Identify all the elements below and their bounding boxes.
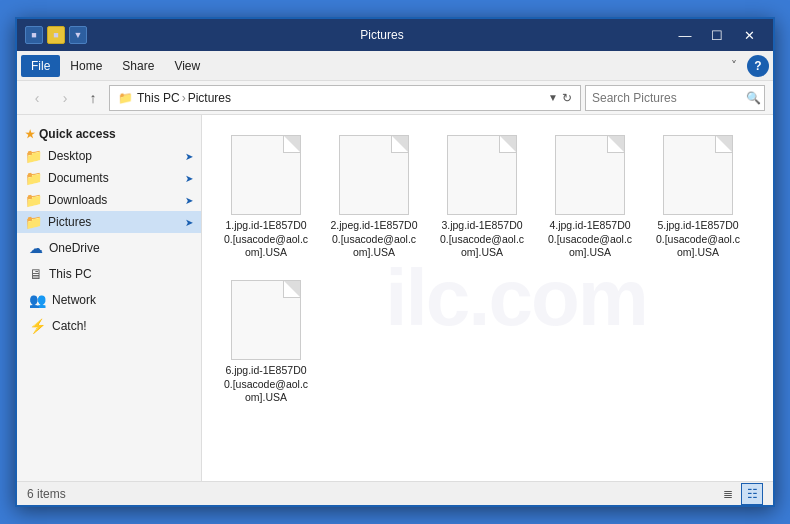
main-content: ★ Quick access 📁 Desktop ➤ 📁 Documents ➤… (17, 115, 773, 481)
sidebar-item-downloads[interactable]: 📁 Downloads ➤ (17, 189, 201, 211)
explorer-window: ■ ■ ▼ Pictures — ☐ ✕ File Home Share Vie… (15, 17, 775, 507)
window-controls: — ☐ ✕ (669, 19, 765, 51)
onedrive-section: ☁ OneDrive (17, 237, 201, 259)
menubar: File Home Share View ˅ ? (17, 51, 773, 81)
address-refresh-icon[interactable]: ↻ (562, 91, 572, 105)
view-controls: ≣ ☷ (717, 483, 763, 505)
titlebar: ■ ■ ▼ Pictures — ☐ ✕ (17, 19, 773, 51)
thispc-section: 🖥 This PC (17, 263, 201, 285)
file-area: ilc.com 1.jpg.id-1E857D00.[usacode@aol.c… (202, 115, 773, 481)
file-item-6[interactable]: 6.jpg.id-1E857D00.[usacode@aol.com].USA (216, 274, 316, 411)
address-box[interactable]: 📁 This PC › Pictures ▼ ↻ (109, 85, 581, 111)
sidebar-pictures-label: Pictures (48, 215, 91, 229)
pictures-folder-icon: 📁 (25, 214, 42, 230)
search-input[interactable] (592, 91, 742, 105)
quick-access-label: Quick access (39, 127, 116, 141)
help-button[interactable]: ? (747, 55, 769, 77)
catch-section: ⚡ Catch! (17, 315, 201, 337)
file-item-4[interactable]: 4.jpg.id-1E857D00.[usacode@aol.com].USA (540, 129, 640, 266)
address-thispc[interactable]: This PC (137, 91, 180, 105)
item-count: 6 items (27, 487, 66, 501)
address-icon: 📁 (118, 91, 133, 105)
sidebar-onedrive-label: OneDrive (49, 241, 100, 255)
file-thumbnail-2 (339, 135, 409, 215)
file-thumbnail-4 (555, 135, 625, 215)
sidebar-desktop-label: Desktop (48, 149, 92, 163)
downloads-folder-icon: 📁 (25, 192, 42, 208)
file-item-2[interactable]: 2.jpeg.id-1E857D00.[usacode@aol.com].USA (324, 129, 424, 266)
network-section: 👥 Network (17, 289, 201, 311)
sidebar-network-label: Network (52, 293, 96, 307)
list-view-button[interactable]: ≣ (717, 483, 739, 505)
quick-access-icon-1[interactable]: ■ (25, 26, 43, 44)
file-thumbnail-6 (231, 280, 301, 360)
forward-button[interactable]: › (53, 86, 77, 110)
maximize-button[interactable]: ☐ (701, 19, 733, 51)
thispc-icon: 🖥 (29, 266, 43, 282)
menubar-expand-icon[interactable]: ˅ (725, 57, 743, 75)
file-name-4: 4.jpg.id-1E857D00.[usacode@aol.com].USA (546, 219, 634, 260)
file-name-3: 3.jpg.id-1E857D00.[usacode@aol.com].USA (438, 219, 526, 260)
file-thumbnail-5 (663, 135, 733, 215)
file-thumbnail-3 (447, 135, 517, 215)
sidebar-item-network[interactable]: 👥 Network (17, 289, 201, 311)
statusbar: 6 items ≣ ☷ (17, 481, 773, 505)
addressbar: ‹ › ↑ 📁 This PC › Pictures ▼ ↻ 🔍 (17, 81, 773, 115)
quick-access-section: ★ Quick access 📁 Desktop ➤ 📁 Documents ➤… (17, 123, 201, 233)
sidebar-downloads-label: Downloads (48, 193, 107, 207)
network-icon: 👥 (29, 292, 46, 308)
address-sep-1: › (182, 91, 186, 105)
address-pictures[interactable]: Pictures (188, 91, 231, 105)
documents-pin-icon: ➤ (185, 173, 193, 184)
files-grid: 1.jpg.id-1E857D00.[usacode@aol.com].USA2… (212, 125, 763, 415)
documents-folder-icon: 📁 (25, 170, 42, 186)
minimize-button[interactable]: — (669, 19, 701, 51)
file-name-5: 5.jpg.id-1E857D00.[usacode@aol.com].USA (654, 219, 742, 260)
file-thumbnail-1 (231, 135, 301, 215)
onedrive-icon: ☁ (29, 240, 43, 256)
up-button[interactable]: ↑ (81, 86, 105, 110)
file-item-3[interactable]: 3.jpg.id-1E857D00.[usacode@aol.com].USA (432, 129, 532, 266)
quick-access-header[interactable]: ★ Quick access (17, 123, 201, 145)
star-icon: ★ (25, 128, 35, 141)
window-title: Pictures (95, 28, 669, 42)
sidebar-documents-label: Documents (48, 171, 109, 185)
search-icon: 🔍 (746, 91, 761, 105)
pictures-pin-icon: ➤ (185, 217, 193, 228)
desktop-folder-icon: 📁 (25, 148, 42, 164)
sidebar-item-thispc[interactable]: 🖥 This PC (17, 263, 201, 285)
sidebar-thispc-label: This PC (49, 267, 92, 281)
file-item-1[interactable]: 1.jpg.id-1E857D00.[usacode@aol.com].USA (216, 129, 316, 266)
sidebar-catch-label: Catch! (52, 319, 87, 333)
sidebar-item-catch[interactable]: ⚡ Catch! (17, 315, 201, 337)
menu-file[interactable]: File (21, 55, 60, 77)
menu-view[interactable]: View (164, 55, 210, 77)
menu-home[interactable]: Home (60, 55, 112, 77)
address-path: This PC › Pictures (137, 91, 544, 105)
desktop-pin-icon: ➤ (185, 151, 193, 162)
back-button[interactable]: ‹ (25, 86, 49, 110)
close-button[interactable]: ✕ (733, 19, 765, 51)
file-name-6: 6.jpg.id-1E857D00.[usacode@aol.com].USA (222, 364, 310, 405)
sidebar: ★ Quick access 📁 Desktop ➤ 📁 Documents ➤… (17, 115, 202, 481)
quick-access-icon-3[interactable]: ▼ (69, 26, 87, 44)
sidebar-item-documents[interactable]: 📁 Documents ➤ (17, 167, 201, 189)
file-item-5[interactable]: 5.jpg.id-1E857D00.[usacode@aol.com].USA (648, 129, 748, 266)
sidebar-item-onedrive[interactable]: ☁ OneDrive (17, 237, 201, 259)
file-name-1: 1.jpg.id-1E857D00.[usacode@aol.com].USA (222, 219, 310, 260)
downloads-pin-icon: ➤ (185, 195, 193, 206)
menu-share[interactable]: Share (112, 55, 164, 77)
titlebar-quick-access: ■ ■ ▼ (25, 26, 87, 44)
menubar-right: ˅ ? (725, 55, 769, 77)
address-dropdown-icon[interactable]: ▼ (548, 92, 558, 103)
icon-view-button[interactable]: ☷ (741, 483, 763, 505)
sidebar-item-desktop[interactable]: 📁 Desktop ➤ (17, 145, 201, 167)
file-name-2: 2.jpeg.id-1E857D00.[usacode@aol.com].USA (330, 219, 418, 260)
quick-access-icon-2[interactable]: ■ (47, 26, 65, 44)
sidebar-item-pictures[interactable]: 📁 Pictures ➤ (17, 211, 201, 233)
search-box[interactable]: 🔍 (585, 85, 765, 111)
catch-icon: ⚡ (29, 318, 46, 334)
